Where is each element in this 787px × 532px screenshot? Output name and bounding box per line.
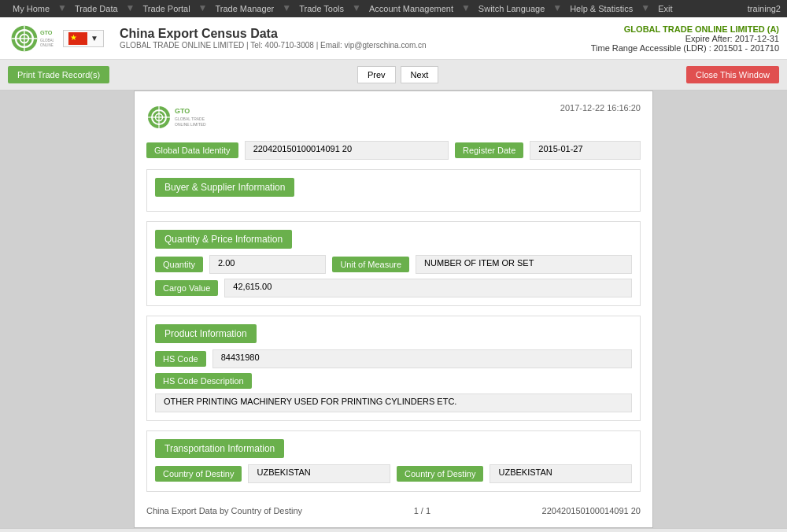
header-bar: GTO GLOBAL TRADE ONLINE LIMITED ★ ▼ Chin… <box>0 17 787 60</box>
next-button-top[interactable]: Next <box>401 66 439 83</box>
svg-text:GLOBAL TRADE: GLOBAL TRADE <box>40 38 54 42</box>
country-destiny-row: Country of Destiny UZBEKISTAN Country of… <box>155 464 632 483</box>
nav-my-home[interactable]: My Home <box>6 2 56 15</box>
nav-trade-tools[interactable]: Trade Tools <box>293 2 350 15</box>
header-left: GTO GLOBAL TRADE ONLINE LIMITED ★ ▼ Chin… <box>8 21 427 56</box>
hs-code-desc-label: HS Code Description <box>155 373 252 389</box>
svg-text:GLOBAL TRADE: GLOBAL TRADE <box>175 116 205 121</box>
user-info: training2 <box>748 4 781 13</box>
flag-selector[interactable]: ★ ▼ <box>63 30 104 47</box>
close-button-top[interactable]: Close This Window <box>686 66 779 83</box>
nav-exit[interactable]: Exit <box>652 2 678 15</box>
content-area: GTO GLOBAL TRADE ONLINE LIMITED 2017-12-… <box>0 91 787 528</box>
time-range-info: Time Range Accessible (LDR) : 201501 - 2… <box>591 43 779 53</box>
hs-code-value: 84431980 <box>212 349 632 368</box>
transportation-section: Transportation Information Country of De… <box>146 430 641 492</box>
quantity-value: 2.00 <box>209 255 326 274</box>
cargo-value-value: 42,615.00 <box>224 279 632 297</box>
hs-code-desc-row: HS Code Description <box>155 373 632 389</box>
page-title: China Export Census Data <box>120 27 427 41</box>
identity-row: Global Data Identity 220420150100014091 … <box>146 141 641 160</box>
gto-link: GLOBAL TRADE ONLINE LIMITED (A) <box>591 24 779 34</box>
buyer-supplier-header: Buyer & Supplier Information <box>155 178 294 197</box>
cargo-value-row: Cargo Value 42,615.00 <box>155 279 632 297</box>
global-data-identity-label: Global Data Identity <box>146 142 238 158</box>
hs-code-row: HS Code 84431980 <box>155 349 632 368</box>
china-flag: ★ <box>68 32 87 45</box>
toolbar-left: Print Trade Record(s) <box>8 66 109 83</box>
country-destiny-label-1: Country of Destiny <box>155 466 242 482</box>
footer-center: 1 / 1 <box>414 506 430 515</box>
svg-text:ONLINE LIMITED: ONLINE LIMITED <box>40 43 54 47</box>
card-header: GTO GLOBAL TRADE ONLINE LIMITED 2017-12-… <box>146 103 641 131</box>
toolbar-center: Prev Next <box>357 66 438 83</box>
country-destiny-value-2: UZBEKISTAN <box>490 464 632 483</box>
page-subtitle: GLOBAL TRADE ONLINE LIMITED | Tel: 400-7… <box>120 41 427 50</box>
cargo-value-label: Cargo Value <box>155 280 218 296</box>
page-title-area: China Export Census Data GLOBAL TRADE ON… <box>120 27 427 50</box>
print-button-top[interactable]: Print Trade Record(s) <box>8 66 109 83</box>
transportation-header: Transportation Information <box>155 439 284 458</box>
top-toolbar: Print Trade Record(s) Prev Next Close Th… <box>0 60 787 91</box>
dropdown-arrow: ▼ <box>91 34 98 42</box>
bottom-toolbar: Print Trade Record(s) Prev Next Close Th… <box>0 528 787 532</box>
prev-button-top[interactable]: Prev <box>357 66 396 83</box>
quantity-row: Quantity 2.00 Unit of Measure NUMBER OF … <box>155 255 632 274</box>
nav-items: My Home ▼ Trade Data ▼ Trade Portal ▼ Tr… <box>6 2 678 15</box>
card-footer: China Export Data by Country of Destiny … <box>146 501 641 515</box>
nav-trade-data[interactable]: Trade Data <box>68 2 124 15</box>
buyer-supplier-section: Buyer & Supplier Information <box>146 169 641 212</box>
country-destiny-label-2: Country of Destiny <box>397 466 483 482</box>
top-navigation: My Home ▼ Trade Data ▼ Trade Portal ▼ Tr… <box>0 0 787 17</box>
card-logo: GTO GLOBAL TRADE ONLINE LIMITED <box>146 103 225 131</box>
hs-code-label: HS Code <box>155 351 206 367</box>
unit-of-measure-label: Unit of Measure <box>332 257 409 272</box>
hs-code-desc-value-row: OTHER PRINTING MACHINERY USED FOR PRINTI… <box>155 393 632 412</box>
quantity-label: Quantity <box>155 257 203 272</box>
card-timestamp: 2017-12-22 16:16:20 <box>560 103 641 113</box>
product-header: Product Information <box>155 324 257 343</box>
global-data-identity-value: 220420150100014091 20 <box>245 141 449 160</box>
quantity-price-section: Quantity & Price Information Quantity 2.… <box>146 221 641 306</box>
register-date-value: 2015-01-27 <box>530 141 641 160</box>
logo: GTO GLOBAL TRADE ONLINE LIMITED <box>8 21 55 56</box>
unit-of-measure-value: NUMBER OF ITEM OR SET <box>416 255 632 274</box>
country-destiny-value-1: UZBEKISTAN <box>248 464 390 483</box>
nav-trade-portal[interactable]: Trade Portal <box>136 2 196 15</box>
svg-text:GTO: GTO <box>175 107 190 115</box>
register-date-label: Register Date <box>455 142 523 158</box>
nav-account-management[interactable]: Account Management <box>363 2 460 15</box>
nav-switch-language[interactable]: Switch Language <box>472 2 551 15</box>
toolbar-right: Close This Window <box>686 66 779 83</box>
nav-help-statistics[interactable]: Help & Statistics <box>563 2 639 15</box>
expire-info: Expire After: 2017-12-31 <box>591 34 779 43</box>
footer-left: China Export Data by Country of Destiny <box>146 506 302 515</box>
hs-code-desc-value: OTHER PRINTING MACHINERY USED FOR PRINTI… <box>155 393 632 412</box>
gto-logo-svg: GTO GLOBAL TRADE ONLINE LIMITED <box>9 23 54 54</box>
svg-text:GTO: GTO <box>40 28 53 35</box>
nav-trade-manager[interactable]: Trade Manager <box>209 2 280 15</box>
quantity-price-header: Quantity & Price Information <box>155 230 292 249</box>
record-card: GTO GLOBAL TRADE ONLINE LIMITED 2017-12-… <box>134 91 653 528</box>
header-right: GLOBAL TRADE ONLINE LIMITED (A) Expire A… <box>591 24 779 53</box>
product-section: Product Information HS Code 84431980 HS … <box>146 316 641 421</box>
svg-text:ONLINE LIMITED: ONLINE LIMITED <box>175 122 206 127</box>
footer-right: 220420150100014091 20 <box>542 506 641 515</box>
